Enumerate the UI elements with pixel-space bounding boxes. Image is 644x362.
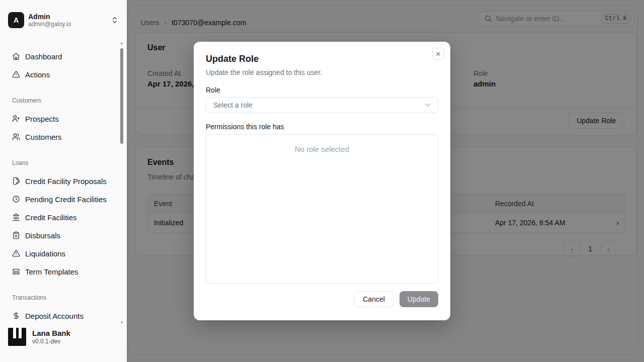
scroll-up-caret-icon: ▲ bbox=[119, 41, 124, 45]
chevron-down-icon bbox=[424, 101, 432, 109]
permissions-label: Permissions this role has bbox=[206, 123, 438, 131]
sidebar-item-pending-credit-facilities[interactable]: Pending Credit Facilities bbox=[4, 190, 119, 208]
house-icon bbox=[12, 52, 20, 60]
close-button[interactable]: ✕ bbox=[432, 48, 444, 60]
update-submit-button[interactable]: Update bbox=[399, 291, 438, 307]
brand-footer: Lana Bank v0.0.1-dev bbox=[8, 328, 119, 346]
sidebar-item-label: Liquidations bbox=[25, 249, 65, 258]
sidebar-item-customers[interactable]: Customers bbox=[4, 128, 119, 146]
sidebar-section-loans: Loans bbox=[12, 158, 113, 168]
sidebar-scrollbar[interactable] bbox=[120, 48, 123, 144]
close-icon: ✕ bbox=[436, 51, 441, 57]
sidebar-section-transactions: Transactions bbox=[12, 293, 113, 303]
sidebar-item-label: Customers bbox=[25, 133, 62, 141]
triangle-alert-icon bbox=[12, 70, 20, 78]
account-meta: Admin admin@galoy.io bbox=[28, 13, 107, 28]
sidebar-item-label: Dashboard bbox=[25, 52, 62, 61]
panels-icon bbox=[12, 267, 20, 276]
sidebar-item-credit-facility-proposals[interactable]: Credit Facility Proposals bbox=[4, 172, 119, 190]
sidebar-item-term-templates[interactable]: Term Templates bbox=[4, 262, 119, 281]
sidebar-item-dashboard[interactable]: Dashboard bbox=[4, 47, 119, 65]
role-select-trigger[interactable]: Select a role bbox=[206, 97, 438, 113]
sidebar: A Admin admin@galoy.io Dashboard Actions… bbox=[0, 0, 127, 362]
landmark-icon bbox=[12, 213, 20, 221]
account-menu-button[interactable]: A Admin admin@galoy.io bbox=[8, 10, 119, 30]
sidebar-section-customers: Customers bbox=[12, 96, 113, 106]
account-name: Admin bbox=[28, 13, 107, 21]
update-role-dialog: ✕ Update Role Update the role assigned t… bbox=[194, 42, 450, 320]
clipboard-icon bbox=[12, 231, 20, 239]
avatar: A bbox=[8, 12, 24, 28]
sidebar-item-label: Actions bbox=[25, 70, 50, 79]
sidebar-item-disbursals[interactable]: Disbursals bbox=[4, 226, 119, 244]
sidebar-item-deposit-accounts[interactable]: Deposit Accounts bbox=[4, 307, 119, 325]
sidebar-item-liquidations[interactable]: Liquidations bbox=[4, 244, 119, 262]
permissions-empty-state: No role selected bbox=[206, 145, 438, 153]
role-select-value: Select a role bbox=[213, 101, 253, 109]
sidebar-item-label: Credit Facilities bbox=[25, 213, 77, 222]
sidebar-item-label: Credit Facility Proposals bbox=[25, 177, 107, 186]
dialog-title: Update Role bbox=[206, 54, 438, 64]
brand-name: Lana Bank bbox=[32, 329, 70, 338]
clock-icon bbox=[12, 195, 20, 203]
sidebar-item-label: Disbursals bbox=[25, 231, 60, 240]
users-icon bbox=[12, 133, 20, 141]
chevrons-up-down-icon bbox=[111, 16, 119, 24]
account-email: admin@galoy.io bbox=[28, 21, 107, 28]
triangle-alert-icon bbox=[12, 249, 20, 257]
dialog-actions: Cancel Update bbox=[354, 291, 438, 307]
sidebar-item-label: Prospects bbox=[25, 115, 59, 123]
dollar-icon bbox=[12, 312, 20, 320]
cancel-button[interactable]: Cancel bbox=[354, 291, 394, 307]
sidebar-item-credit-facilities[interactable]: Credit Facilities bbox=[4, 208, 119, 226]
sidebar-item-label: Deposit Accounts bbox=[25, 312, 84, 320]
brand-version: v0.0.1-dev bbox=[32, 338, 70, 345]
role-select-label: Role bbox=[206, 86, 438, 94]
file-pen-icon bbox=[12, 177, 20, 185]
lana-bank-logo bbox=[8, 328, 26, 346]
scroll-down-caret-icon: ▼ bbox=[119, 321, 124, 324]
sidebar-item-label: Term Templates bbox=[25, 267, 78, 276]
sidebar-item-prospects[interactable]: Prospects bbox=[4, 110, 119, 128]
user-plus-icon bbox=[12, 115, 20, 123]
dialog-description: Update the role assigned to this user. bbox=[206, 68, 438, 76]
permissions-box: No role selected bbox=[206, 134, 438, 284]
sidebar-item-label: Pending Credit Facilities bbox=[25, 195, 107, 204]
sidebar-item-actions[interactable]: Actions bbox=[4, 65, 119, 83]
